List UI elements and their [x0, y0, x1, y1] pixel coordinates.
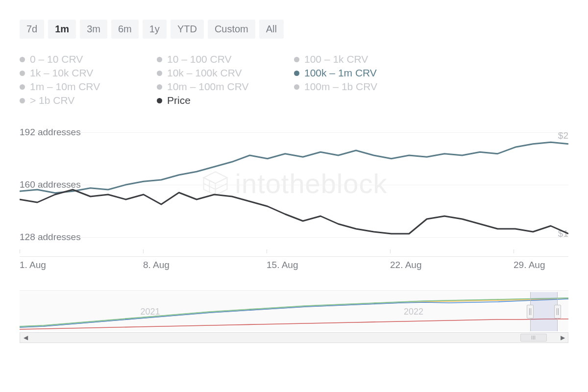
legend-item[interactable]: 100 – 1k CRV — [294, 53, 431, 65]
range-btn-ytd[interactable]: YTD — [171, 20, 204, 39]
x-tick-mark — [514, 249, 514, 253]
series-line — [20, 190, 568, 234]
x-tick-mark — [143, 249, 144, 253]
legend-dot-icon — [20, 57, 25, 62]
legend-dot-icon — [157, 57, 162, 62]
legend-label: 1k – 10k CRV — [30, 67, 93, 79]
scroll-right-button[interactable]: ▶ — [557, 333, 568, 343]
legend-label: 100k – 1m CRV — [304, 67, 377, 79]
range-btn-3m[interactable]: 3m — [80, 20, 107, 39]
legend-dot-icon — [294, 71, 299, 76]
legend-dot-icon — [157, 98, 162, 103]
x-tick-label: 29. Aug — [514, 260, 545, 270]
legend-item[interactable]: 10 – 100 CRV — [157, 53, 294, 65]
main-chart[interactable]: intotheblock 128 addresses160 addresses1… — [20, 126, 568, 253]
legend-dot-icon — [20, 71, 25, 76]
x-tick-mark — [20, 249, 20, 253]
legend-item[interactable]: > 1b CRV — [20, 95, 157, 106]
time-range-row: 7d1m3m6m1yYTDCustomAll — [20, 20, 568, 39]
navigator-year-label: 2022 — [404, 307, 423, 317]
legend-dot-icon — [294, 84, 299, 90]
navigator-year-label: 2021 — [140, 307, 160, 317]
legend-label: > 1b CRV — [30, 95, 74, 106]
navigator-handle[interactable] — [527, 305, 534, 318]
legend-item[interactable]: Price — [157, 95, 294, 106]
legend-dot-icon — [294, 57, 299, 62]
range-btn-7d[interactable]: 7d — [20, 20, 44, 39]
range-btn-1m[interactable]: 1m — [48, 20, 76, 39]
navigator-handle[interactable] — [554, 305, 561, 318]
legend-item[interactable]: 1k – 10k CRV — [20, 67, 157, 79]
x-tick-mark — [267, 249, 267, 253]
x-tick-label: 1. Aug — [20, 260, 46, 270]
scroll-thumb[interactable] — [520, 334, 547, 342]
legend-item[interactable]: 1m – 10m CRV — [20, 81, 157, 93]
legend-label: 1m – 10m CRV — [30, 81, 100, 93]
legend-label: 10 – 100 CRV — [167, 53, 232, 65]
x-tick-label: 15. Aug — [267, 260, 298, 270]
x-axis: 1. Aug8. Aug15. Aug22. Aug29. Aug — [20, 256, 568, 271]
range-btn-1y[interactable]: 1y — [143, 20, 167, 39]
navigator-chart[interactable]: 20212022 — [20, 292, 568, 331]
series-line — [20, 142, 568, 193]
range-btn-all[interactable]: All — [259, 20, 284, 39]
x-tick-label: 8. Aug — [143, 260, 170, 270]
legend-item[interactable]: 10m – 100m CRV — [157, 81, 294, 93]
legend-label: 100 – 1k CRV — [304, 53, 368, 65]
legend-item[interactable]: 100m – 1b CRV — [294, 81, 431, 93]
navigator: 20212022 ◀ ▶ — [20, 291, 568, 343]
legend-dot-icon — [20, 84, 25, 90]
legend-item[interactable]: 10k – 100k CRV — [157, 67, 294, 79]
legend-dot-icon — [157, 84, 162, 90]
legend-dot-icon — [157, 71, 162, 76]
legend-item[interactable]: 100k – 1m CRV — [294, 67, 431, 79]
range-btn-6m[interactable]: 6m — [111, 20, 139, 39]
navigator-scrollbar[interactable]: ◀ ▶ — [20, 332, 568, 343]
navigator-svg — [20, 292, 568, 331]
series-legend: 0 – 10 CRV10 – 100 CRV100 – 1k CRV1k – 1… — [20, 53, 568, 106]
legend-label: 100m – 1b CRV — [304, 81, 377, 93]
legend-dot-icon — [20, 98, 25, 103]
legend-label: Price — [167, 95, 191, 106]
legend-label: 10k – 100k CRV — [167, 67, 242, 79]
navigator-series-line — [20, 299, 568, 327]
legend-label: 0 – 10 CRV — [30, 53, 83, 65]
scroll-left-button[interactable]: ◀ — [20, 333, 31, 343]
scroll-track[interactable] — [31, 333, 557, 343]
navigator-window[interactable] — [530, 292, 558, 331]
x-tick-label: 22. Aug — [390, 260, 421, 270]
range-btn-custom[interactable]: Custom — [208, 20, 255, 39]
legend-label: 10m – 100m CRV — [167, 81, 249, 93]
chart-svg — [20, 126, 568, 253]
x-tick-mark — [390, 249, 391, 253]
legend-item[interactable]: 0 – 10 CRV — [20, 53, 157, 65]
navigator-series-line — [20, 299, 568, 327]
